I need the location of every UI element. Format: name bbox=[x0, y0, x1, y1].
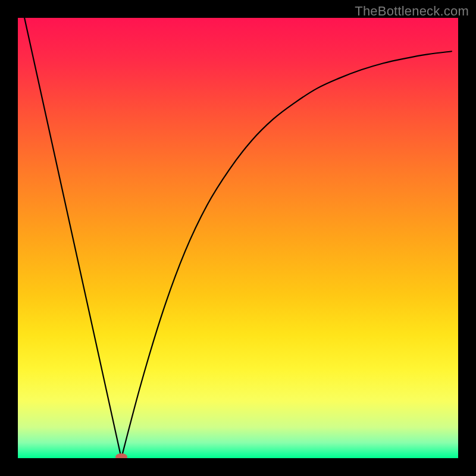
bottleneck-curve bbox=[18, 18, 458, 458]
watermark-text: TheBottleneck.com bbox=[355, 4, 469, 19]
chart-frame: TheBottleneck.com bbox=[0, 0, 476, 476]
plot-area bbox=[18, 18, 458, 458]
minimum-marker-icon bbox=[115, 453, 127, 458]
